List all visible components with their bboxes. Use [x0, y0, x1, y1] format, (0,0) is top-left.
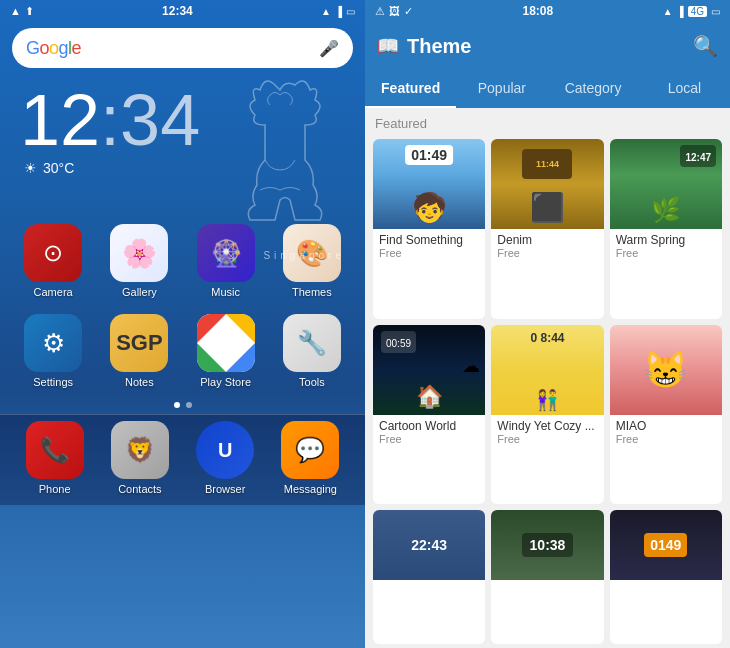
featured-section-label: Featured: [365, 108, 730, 135]
phone-icon-bg: 📞: [26, 421, 84, 479]
theme-card-windy[interactable]: 0 8:44 👫 Windy Yet Cozy ... Free: [491, 325, 603, 505]
messaging-label: Messaging: [284, 483, 337, 495]
upload-icon: ⬆: [25, 5, 34, 18]
app-notes[interactable]: SGP Notes: [100, 314, 178, 388]
tab-popular[interactable]: Popular: [456, 70, 547, 108]
theme-card-warm[interactable]: 12:47 🌿 Warm Spring Free: [610, 139, 722, 319]
theme-windy-name: Windy Yet Cozy ...: [497, 419, 597, 433]
left-status-icons: ▲ ⬆: [10, 5, 34, 18]
theme-card-cartoon[interactable]: 00:59 🏠 ☁ Cartoon World Free: [373, 325, 485, 505]
notes-icon-bg: SGP: [110, 314, 168, 372]
notification-icon: ▲: [10, 5, 21, 17]
themes-label: Themes: [292, 286, 332, 298]
browser-icon-bg: U: [196, 421, 254, 479]
right-panel: ⚠ 🖼 ✓ 18:08 ▲ ▐ 4G ▭ 📖 Theme 🔍 Featured …: [365, 0, 730, 648]
settings-icon-bg: ⚙: [24, 314, 82, 372]
google-search-bar[interactable]: Google 🎤: [12, 28, 353, 68]
app-playstore[interactable]: Play Store: [187, 314, 265, 388]
theme-header: 📖 Theme 🔍: [365, 22, 730, 70]
contacts-icon-bg: 🦁: [111, 421, 169, 479]
browser-label: Browser: [205, 483, 245, 495]
notes-label: Notes: [125, 376, 154, 388]
find-time: 01:49: [405, 145, 453, 165]
theme-cartoon-name: Cartoon World: [379, 419, 479, 433]
right-time: 18:08: [522, 4, 553, 18]
tools-icon-bg: 🔧: [283, 314, 341, 372]
tools-label: Tools: [299, 376, 325, 388]
app-tools[interactable]: 🔧 Tools: [273, 314, 351, 388]
theme-title: Theme: [407, 35, 685, 58]
theme-find-name: Find Something: [379, 233, 479, 247]
left-panel: ▲ ⬆ 12:34 ▲ ▐ ▭ Google 🎤 12 : 34 ☀ 30°C: [0, 0, 365, 648]
image-icon: 🖼: [389, 5, 400, 17]
mic-icon[interactable]: 🎤: [319, 39, 339, 58]
app-gallery[interactable]: 🌸 Gallery: [100, 224, 178, 298]
location-label: Singapore: [263, 250, 345, 261]
themes-grid: 01:49 🧒 Find Something Free 11:44 ⬛ Deni…: [365, 135, 730, 648]
app-settings[interactable]: ⚙ Settings: [14, 314, 92, 388]
left-status-bar: ▲ ⬆ 12:34 ▲ ▐ ▭: [0, 0, 365, 22]
theme-miao-price: Free: [616, 433, 716, 445]
theme-denim-name: Denim: [497, 233, 597, 247]
left-time: 12:34: [162, 4, 193, 18]
theme-find-price: Free: [379, 247, 479, 259]
playstore-label: Play Store: [200, 376, 251, 388]
contacts-label: Contacts: [118, 483, 161, 495]
theme-windy-price: Free: [497, 433, 597, 445]
dock-messaging[interactable]: 💬 Messaging: [270, 421, 351, 495]
sun-icon: ☀: [24, 160, 37, 176]
theme-card-b3[interactable]: 0149: [610, 510, 722, 644]
theme-card-miao[interactable]: 😸 MIAO Free: [610, 325, 722, 505]
theme-card-b2[interactable]: 10:38: [491, 510, 603, 644]
battery-right-icon: 4G: [688, 6, 707, 17]
book-icon: 📖: [377, 35, 399, 57]
playstore-icon-bg: [197, 314, 255, 372]
battery-pct-icon: ▭: [711, 6, 720, 17]
settings-label: Settings: [33, 376, 73, 388]
check-icon: ✓: [404, 5, 413, 18]
dot-1: [174, 402, 180, 408]
google-logo: Google: [26, 38, 319, 59]
temperature: 30°C: [43, 160, 74, 176]
theme-cartoon-price: Free: [379, 433, 479, 445]
theme-denim-price: Free: [497, 247, 597, 259]
camera-label: Camera: [34, 286, 73, 298]
theme-card-b1[interactable]: 22:43: [373, 510, 485, 644]
camera-icon-bg: ⊙: [24, 224, 82, 282]
theme-card-find[interactable]: 01:49 🧒 Find Something Free: [373, 139, 485, 319]
dock: 📞 Phone 🦁 Contacts U Browser 💬 Messaging: [0, 414, 365, 505]
gallery-icon-bg: 🌸: [110, 224, 168, 282]
theme-warm-price: Free: [616, 247, 716, 259]
theme-tabs: Featured Popular Category Local: [365, 70, 730, 108]
tab-category[interactable]: Category: [548, 70, 639, 108]
signal-right-icon: ▐: [677, 6, 684, 17]
dock-contacts[interactable]: 🦁 Contacts: [99, 421, 180, 495]
right-status-icons: ▲ ▐ 4G ▭: [663, 6, 720, 17]
signal-icon: ▐: [335, 6, 342, 17]
clock-colon: :: [100, 84, 120, 156]
merlion-art: [205, 70, 355, 244]
wifi-right-icon: ▲: [663, 6, 673, 17]
tab-featured[interactable]: Featured: [365, 70, 456, 108]
clock-minute: 34: [120, 84, 200, 156]
search-icon[interactable]: 🔍: [693, 34, 718, 58]
wifi-icon: ▲: [321, 6, 331, 17]
phone-label: Phone: [39, 483, 71, 495]
dock-phone[interactable]: 📞 Phone: [14, 421, 95, 495]
theme-warm-name: Warm Spring: [616, 233, 716, 247]
battery-icon: ▭: [346, 6, 355, 17]
tab-local[interactable]: Local: [639, 70, 730, 108]
page-dots: [0, 396, 365, 414]
left-status-right: ▲ ▐ ▭: [321, 6, 355, 17]
right-status-left: ⚠ 🖼 ✓: [375, 5, 413, 18]
warning-icon: ⚠: [375, 5, 385, 18]
music-label: Music: [211, 286, 240, 298]
dock-browser[interactable]: U Browser: [185, 421, 266, 495]
messaging-icon-bg: 💬: [281, 421, 339, 479]
gallery-label: Gallery: [122, 286, 157, 298]
theme-card-denim[interactable]: 11:44 ⬛ Denim Free: [491, 139, 603, 319]
app-camera[interactable]: ⊙ Camera: [14, 224, 92, 298]
app-grid-row2: ⚙ Settings SGP Notes Play Store 🔧 T: [0, 306, 365, 396]
theme-miao-name: MIAO: [616, 419, 716, 433]
right-status-bar: ⚠ 🖼 ✓ 18:08 ▲ ▐ 4G ▭: [365, 0, 730, 22]
